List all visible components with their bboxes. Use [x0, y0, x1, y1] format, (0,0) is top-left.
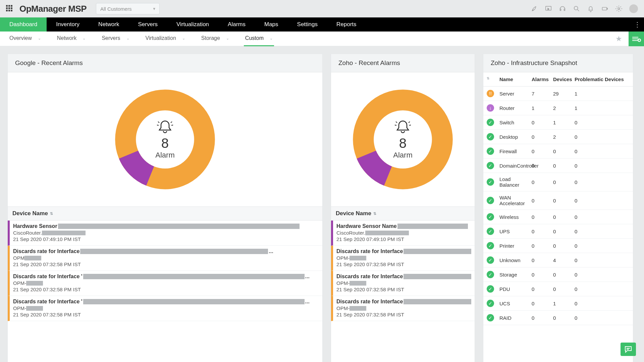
alarm-row[interactable]: Hardware Sensor Name CiscoRouter. 21 Sep… [331, 221, 475, 246]
chat-button[interactable] [621, 343, 636, 356]
chevron-down-icon: ⌄ [226, 36, 229, 41]
subnav-overview[interactable]: Overview⌄ [8, 32, 42, 46]
chevron-down-icon: ⌄ [270, 36, 273, 41]
presentation-icon[interactable] [545, 5, 552, 12]
device-name-column-header[interactable]: Device Name ⇅ [331, 206, 475, 221]
alarm-device: CiscoRouter. [13, 230, 319, 236]
bell-icon[interactable] [587, 5, 594, 12]
col-alarms[interactable]: Alarms [532, 76, 550, 82]
snapshot-name: Unknown [499, 257, 529, 263]
add-widget-button[interactable] [629, 32, 644, 46]
rocket-icon[interactable] [531, 5, 538, 12]
snapshot-row[interactable]: ✓ Unknown 0 4 0 [483, 253, 633, 267]
svg-point-4 [618, 8, 620, 10]
alarm-row[interactable]: Discards rate for Interface OPM- 21 Sep … [331, 246, 475, 271]
snapshot-row[interactable]: ✓ Printer 0 0 0 [483, 239, 633, 253]
col-problematic[interactable]: Problematic Devices [575, 76, 630, 82]
snapshot-problematic: 0 [575, 214, 630, 220]
main-nav: Dashboard Inventory Network Servers Virt… [0, 17, 644, 32]
snapshot-row[interactable]: ✓ Wireless 0 0 0 [483, 210, 633, 224]
status-ok-icon: ✓ [487, 314, 494, 321]
nav-alarms[interactable]: Alarms [218, 17, 255, 32]
alarm-row[interactable]: Discards rate for Interface '... OPM- 21… [8, 296, 322, 321]
col-devices[interactable]: Devices [553, 76, 572, 82]
chevron-down-icon: ▼ [152, 7, 156, 11]
alarm-row[interactable]: Discards rate for Interface OPM- 21 Sep … [331, 271, 475, 296]
snapshot-row[interactable]: ✓ RAID 0 0 0 [483, 311, 633, 325]
snapshot-name: Printer [499, 243, 529, 249]
alarm-row[interactable]: Discards rate for Interface... OPM 21 Se… [8, 246, 322, 271]
nav-inventory[interactable]: Inventory [47, 17, 89, 32]
gear-icon[interactable] [615, 5, 623, 12]
snapshot-alarms: 0 [532, 257, 550, 263]
subnav-virtualization[interactable]: Virtualization⌄ [144, 32, 186, 46]
search-icon[interactable] [573, 5, 580, 12]
nav-servers[interactable]: Servers [128, 17, 167, 32]
alarm-title: Discards rate for Interface [336, 248, 471, 254]
nav-dashboard[interactable]: Dashboard [0, 17, 47, 32]
subnav-storage[interactable]: Storage⌄ [200, 32, 230, 46]
snapshot-row[interactable]: ✓ Load Balancer 0 0 0 [483, 173, 633, 191]
user-avatar[interactable] [629, 4, 638, 13]
snapshot-alarms: 0 [532, 120, 550, 125]
snapshot-name: WAN Accelerator [499, 195, 529, 206]
snapshot-row[interactable]: ✓ Storage 0 0 0 [483, 267, 633, 282]
subnav-servers[interactable]: Servers⌄ [100, 32, 130, 46]
snapshot-row[interactable]: ✓ Switch 0 1 0 [483, 115, 633, 130]
snapshot-problematic: 0 [575, 163, 630, 169]
alarm-device: OPM- [13, 280, 319, 286]
alarm-timestamp: 21 Sep 2020 07:49:10 PM IST [13, 236, 319, 242]
nav-virtualization[interactable]: Virtualization [167, 17, 218, 32]
headset-icon[interactable] [559, 5, 566, 12]
snapshot-devices: 0 [553, 214, 572, 220]
alarm-title: Hardware Sensor Name [336, 223, 471, 229]
sort-caret-icon[interactable]: ⇅ [487, 76, 496, 80]
status-ok-icon: ✓ [487, 178, 494, 186]
alarm-row[interactable]: Hardware Sensor CiscoRouter. 21 Sep 2020… [8, 221, 322, 246]
snapshot-problematic: 0 [575, 120, 630, 125]
battery-icon[interactable] [601, 5, 608, 12]
alarm-row[interactable]: Discards rate for Interface OPM- 21 Sep … [331, 296, 475, 321]
chevron-down-icon: ⌄ [38, 36, 41, 41]
alarm-row[interactable]: Discards rate for Interface '... OPM- 21… [8, 271, 322, 296]
snapshot-devices: 0 [553, 198, 572, 203]
snapshot-alarms: 0 [532, 315, 550, 321]
nav-maps[interactable]: Maps [255, 17, 288, 32]
snapshot-alarms: 0 [532, 148, 550, 154]
snapshot-alarms: 0 [532, 163, 550, 169]
subnav-network[interactable]: Network⌄ [56, 32, 87, 46]
col-name[interactable]: Name [499, 76, 529, 82]
nav-network[interactable]: Network [89, 17, 128, 32]
snapshot-alarms: 0 [532, 134, 550, 140]
alarm-title: Discards rate for Interface [336, 299, 471, 305]
device-name-column-header[interactable]: Device Name ⇅ [8, 206, 322, 221]
snapshot-name: PDU [499, 286, 529, 292]
topbar: OpManager MSP All Customers ▼ [0, 0, 644, 17]
more-menu-icon[interactable]: ⋮ [634, 17, 641, 32]
status-ok-icon: ✓ [487, 242, 494, 249]
snapshot-row[interactable]: ↓ Router 1 2 1 [483, 101, 633, 115]
snapshot-devices: 1 [553, 301, 572, 306]
snapshot-name: Router [499, 105, 529, 111]
widget-zoho-alarms: Zoho - Recent Alarms 8 Alarm Device Name… [331, 54, 475, 362]
apps-grid-icon[interactable] [6, 5, 13, 12]
nav-settings[interactable]: Settings [288, 17, 327, 32]
snapshot-row[interactable]: ✓ UPS 0 0 0 [483, 224, 633, 239]
snapshot-row[interactable]: ✓ Firewall 0 0 0 [483, 144, 633, 159]
snapshot-row[interactable]: ✓ Desktop 0 2 0 [483, 130, 633, 144]
favorite-star-icon[interactable]: ★ [612, 32, 625, 46]
snapshot-name: RAID [499, 315, 529, 321]
snapshot-name: Desktop [499, 134, 529, 140]
snapshot-row[interactable]: ✓ WAN Accelerator 0 0 0 [483, 191, 633, 210]
alarm-timestamp: 21 Sep 2020 07:32:58 PM IST [13, 261, 319, 267]
snapshot-row[interactable]: ✓ DomainController 0 0 0 [483, 159, 633, 173]
snapshot-devices: 0 [553, 272, 572, 278]
snapshot-problematic: 1 [575, 91, 630, 97]
subnav-custom[interactable]: Custom⌄ [244, 32, 274, 46]
customer-dropdown[interactable]: All Customers ▼ [96, 3, 160, 14]
snapshot-name: Switch [499, 120, 529, 125]
nav-reports[interactable]: Reports [327, 17, 366, 32]
snapshot-row[interactable]: ✓ PDU 0 0 0 [483, 282, 633, 296]
snapshot-row[interactable]: !! Server 7 29 1 [483, 86, 633, 101]
snapshot-row[interactable]: ✓ UCS 0 1 0 [483, 296, 633, 311]
